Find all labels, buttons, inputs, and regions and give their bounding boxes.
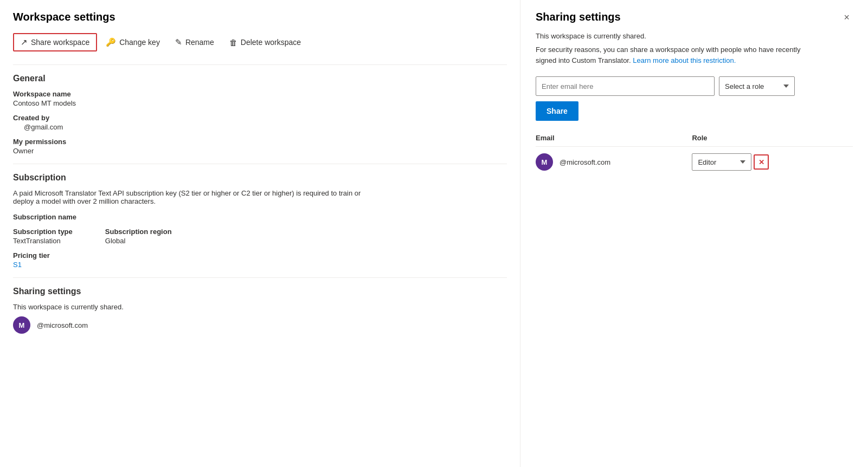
pricing-tier-label: Pricing tier — [13, 251, 507, 260]
page-title: Workspace settings — [13, 11, 507, 23]
divider-subscription — [13, 164, 507, 164]
remove-user-button[interactable]: ✕ — [754, 154, 769, 170]
role-select-table[interactable]: Editor Owner Reviewer — [692, 153, 751, 171]
subscription-type-label: Subscription type — [13, 228, 73, 236]
right-sharing-status: This workspace is currently shared. — [536, 32, 853, 40]
avatar: M — [536, 153, 553, 171]
permissions-label: My permissions — [13, 138, 507, 146]
role-cell: Editor Owner Reviewer ✕ — [692, 147, 853, 178]
avatar: M — [13, 316, 30, 334]
email-input[interactable] — [536, 76, 715, 96]
pricing-tier-value: S1 — [13, 261, 507, 269]
right-panel-title: Sharing settings — [536, 11, 621, 23]
subscription-heading: Subscription — [13, 173, 507, 183]
pricing-tier-field: Pricing tier S1 — [13, 251, 507, 269]
sharing-status: This workspace is currently shared. — [13, 303, 507, 311]
subscription-description: A paid Microsoft Translator Text API sub… — [13, 189, 382, 205]
user-email: @microsoft.com — [560, 158, 610, 166]
created-by-value: @gmail.com — [13, 123, 507, 131]
role-col-header: Role — [692, 129, 853, 147]
share-button[interactable]: Share — [536, 101, 578, 121]
left-panel: Workspace settings ↗︎ Share workspace 🔑 … — [0, 0, 520, 467]
subscription-name-field: Subscription name — [13, 213, 507, 221]
subscription-region-label: Subscription region — [105, 228, 172, 236]
right-panel: Sharing settings × This workspace is cur… — [520, 0, 868, 467]
share-button-row: Share — [536, 101, 853, 121]
role-dropdown-cell: Editor Owner Reviewer ✕ — [692, 153, 853, 171]
workspace-name-field: Workspace name Contoso MT models — [13, 90, 507, 107]
list-item: M @microsoft.com — [13, 316, 507, 334]
share-workspace-button[interactable]: ↗︎ Share workspace — [13, 33, 97, 51]
permissions-value: Owner — [13, 147, 507, 155]
workspace-name-label: Workspace name — [13, 90, 507, 98]
subscription-region-field: Subscription region Global — [105, 228, 172, 245]
workspace-name-value: Contoso MT models — [13, 99, 507, 107]
subscription-type-value: TextTranslation — [13, 237, 73, 245]
table-header-row: Email Role — [536, 129, 853, 147]
subscription-type-region: Subscription type TextTranslation Subscr… — [13, 228, 507, 245]
close-button[interactable]: × — [840, 11, 853, 24]
subscription-type-field: Subscription type TextTranslation — [13, 228, 73, 245]
sharing-section: This workspace is currently shared. M @m… — [13, 303, 507, 334]
delete-workspace-button[interactable]: 🗑 Delete workspace — [223, 35, 307, 50]
change-key-button[interactable]: 🔑 Change key — [99, 34, 166, 50]
share-form: Select a role Owner Editor Reviewer Shar… — [536, 76, 853, 121]
sharing-table: Email Role M @microsoft.com Editor Owner — [536, 129, 853, 177]
rename-button[interactable]: ✎ Rename — [169, 34, 221, 50]
subscription-name-label: Subscription name — [13, 213, 507, 221]
email-col-header: Email — [536, 129, 692, 147]
divider-top — [13, 64, 507, 65]
sharing-heading: Sharing settings — [13, 287, 507, 296]
right-panel-header: Sharing settings × — [536, 11, 853, 24]
key-icon: 🔑 — [106, 37, 116, 47]
created-by-field: Created by @gmail.com — [13, 114, 507, 131]
role-select[interactable]: Select a role Owner Editor Reviewer — [719, 76, 795, 96]
input-row: Select a role Owner Editor Reviewer — [536, 76, 853, 96]
general-heading: General — [13, 74, 507, 83]
divider-sharing — [13, 277, 507, 278]
subscription-region-value: Global — [105, 237, 172, 245]
shared-email: @microsoft.com — [37, 321, 88, 329]
created-by-label: Created by — [13, 114, 507, 122]
toolbar: ↗︎ Share workspace 🔑 Change key ✎ Rename… — [13, 33, 507, 51]
table-row: M @microsoft.com Editor Owner Reviewer ✕ — [536, 147, 853, 178]
user-info: M @microsoft.com — [536, 153, 692, 171]
right-sharing-info: For security reasons, you can share a wo… — [536, 44, 807, 66]
permissions-field: My permissions Owner — [13, 138, 507, 155]
pencil-icon: ✎ — [175, 37, 182, 47]
user-cell: M @microsoft.com — [536, 147, 692, 178]
share-icon: ↗︎ — [21, 37, 28, 47]
trash-icon: 🗑 — [229, 38, 237, 47]
learn-more-link[interactable]: Learn more about this restriction. — [633, 56, 736, 64]
